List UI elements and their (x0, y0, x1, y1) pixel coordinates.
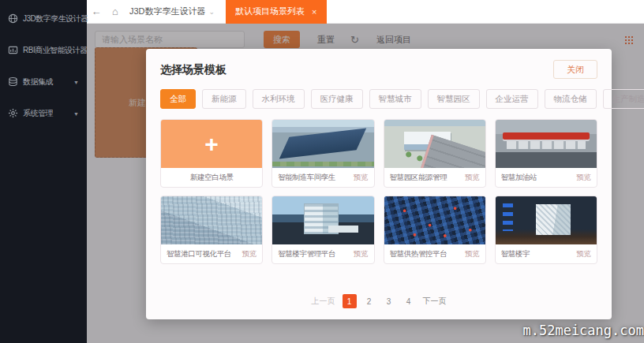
template-card[interactable]: 智慧园区能源管理 预览 (384, 119, 486, 188)
pagination-page-4[interactable]: 4 (402, 294, 416, 308)
globe-icon (8, 13, 18, 25)
scene-template-dialog: 选择场景模板 关闭 全部 新能源 水利环境 医疗健康 智慧城市 智慧园区 企业运… (146, 49, 612, 319)
blank-scene-card[interactable]: + 新建空白场景 (160, 119, 263, 188)
template-name: 智慧港口可视化平台 (167, 249, 242, 259)
preview-link[interactable]: 预览 (576, 173, 591, 183)
preview-link[interactable]: 预览 (354, 249, 369, 259)
sidebar-item-j3d-designer[interactable]: J3D数字孪生设计器 (0, 3, 87, 35)
sidebar-item-system-management[interactable]: 系统管理 ▼ (0, 98, 87, 129)
category-tab-water[interactable]: 水利环境 (253, 89, 305, 109)
template-card[interactable]: 智慧供热管控平台 预览 (384, 196, 486, 264)
category-tabs: 全部 新能源 水利环境 医疗健康 智慧城市 智慧园区 企业运营 物流仓储 生产制… (160, 89, 597, 109)
pagination-next[interactable]: 下一页 (421, 294, 448, 308)
sidebar-item-label: RBI商业智能设计器 (23, 45, 88, 56)
template-thumbnail[interactable] (272, 120, 373, 168)
category-tab-smart-city[interactable]: 智慧城市 (369, 89, 421, 109)
pagination-page-2[interactable]: 2 (362, 294, 376, 308)
back-arrow-icon[interactable]: ← (87, 6, 106, 17)
category-tab-new-energy[interactable]: 新能源 (202, 89, 246, 109)
template-name: 智慧供热管控平台 (390, 249, 465, 259)
preview-link[interactable]: 预览 (465, 173, 480, 183)
tab-label: 默认项目场景列表 (235, 6, 305, 17)
sidebar: J3D数字孪生设计器 RBI商业智能设计器 数据集成 ▼ 系统管理 ▼ (0, 0, 87, 343)
template-card-grid: + 新建空白场景 智能制造车间孪生 预览 智慧园区能源管理 预览 (160, 119, 597, 264)
template-name: 智慧园区能源管理 (390, 173, 465, 183)
template-name: 智慧加油站 (501, 173, 576, 183)
template-card[interactable]: 智能制造车间孪生 预览 (271, 119, 374, 188)
category-tab-all[interactable]: 全部 (160, 89, 196, 109)
template-thumbnail[interactable] (161, 196, 262, 244)
close-dialog-button[interactable]: 关闭 (553, 60, 597, 79)
template-card[interactable]: 智慧楼宇管理平台 预览 (271, 196, 374, 264)
pagination: 上一页 1 2 3 4 下一页 (160, 288, 597, 311)
template-thumbnail[interactable] (496, 196, 597, 244)
template-card[interactable]: 智慧港口可视化平台 预览 (160, 196, 263, 264)
pagination-page-3[interactable]: 3 (382, 294, 396, 308)
template-thumbnail[interactable] (384, 196, 485, 244)
home-icon[interactable]: ⌂ (106, 6, 125, 17)
close-icon[interactable]: × (312, 7, 316, 17)
preview-link[interactable]: 预览 (465, 249, 480, 259)
report-icon (8, 45, 18, 57)
pagination-prev[interactable]: 上一页 (310, 294, 337, 308)
category-tab-logistics[interactable]: 物流仓储 (545, 89, 597, 109)
database-icon (8, 76, 18, 88)
sidebar-item-label: J3D数字孪生设计器 (23, 13, 88, 24)
template-thumbnail[interactable] (272, 196, 373, 244)
template-name: 智慧楼宇 (501, 249, 576, 259)
top-navigation-bar: ← ⌂ J3D数字孪生设计器 ⌄ 默认项目场景列表 × (87, 0, 644, 24)
breadcrumb: J3D数字孪生设计器 (129, 6, 206, 17)
template-name: 新建空白场景 (167, 173, 256, 183)
template-name: 智能制造车间孪生 (278, 173, 353, 183)
chevron-down-icon: ▼ (73, 111, 79, 117)
preview-link[interactable]: 预览 (576, 249, 591, 259)
template-card[interactable]: 智慧楼宇 预览 (495, 196, 597, 264)
chevron-down-icon: ⌄ (209, 8, 215, 16)
template-name: 智慧楼宇管理平台 (278, 249, 353, 259)
gear-icon (8, 108, 18, 120)
dialog-title: 选择场景模板 (160, 60, 227, 77)
category-tab-manufacturing[interactable]: 生产制造 (603, 89, 644, 109)
template-thumbnail[interactable] (496, 120, 597, 168)
sidebar-item-data-integration[interactable]: 数据集成 ▼ (0, 66, 87, 98)
chevron-down-icon: ▼ (73, 80, 79, 85)
category-tab-smart-park[interactable]: 智慧园区 (428, 89, 480, 109)
category-tab-enterprise[interactable]: 企业运营 (486, 89, 538, 109)
watermark: m.52meicang.com (522, 322, 644, 338)
preview-link[interactable]: 预览 (354, 173, 369, 183)
preview-link[interactable]: 预览 (242, 249, 256, 259)
pagination-page-1[interactable]: 1 (343, 294, 357, 308)
plus-icon[interactable]: + (161, 120, 262, 168)
main-area: ← ⌂ J3D数字孪生设计器 ⌄ 默认项目场景列表 × 搜索 重置 ↻ 返回项目… (87, 0, 644, 343)
sidebar-item-label: 系统管理 (23, 108, 69, 119)
template-card[interactable]: 智慧加油站 预览 (495, 119, 597, 188)
category-tab-medical[interactable]: 医疗健康 (311, 89, 363, 109)
template-thumbnail[interactable] (384, 120, 485, 168)
sidebar-item-label: 数据集成 (23, 76, 69, 88)
sidebar-item-rbi-designer[interactable]: RBI商业智能设计器 (0, 35, 87, 66)
tab-scene-list[interactable]: 默认项目场景列表 × (226, 0, 326, 24)
